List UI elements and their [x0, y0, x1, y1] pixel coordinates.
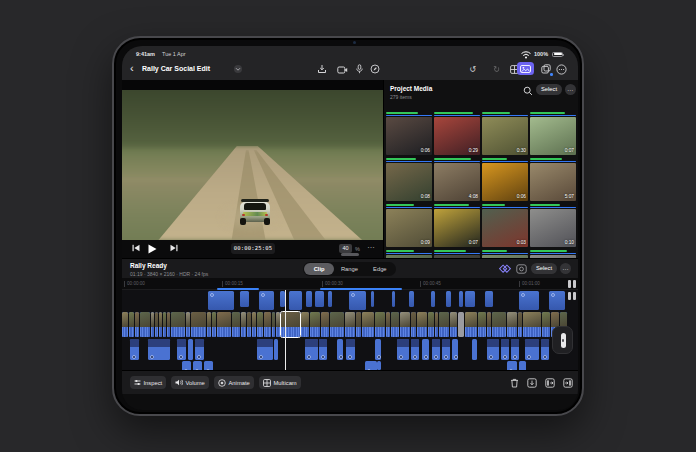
viewer-zoom-value[interactable]: 40 [339, 244, 352, 253]
timeline-clip[interactable] [542, 312, 550, 337]
timeline-clip[interactable] [391, 312, 399, 337]
timeline-clip[interactable] [155, 312, 158, 337]
timeline-clip[interactable] [458, 312, 464, 337]
timeline-clip[interactable] [289, 291, 302, 310]
timeline-clip[interactable] [247, 312, 251, 337]
media-thumbnail[interactable]: 0:07 [530, 112, 576, 155]
timeline-clip[interactable] [208, 291, 234, 310]
timeline-clip[interactable] [252, 312, 256, 337]
timeline-clip[interactable] [411, 312, 416, 337]
timeline-clip[interactable] [346, 339, 355, 360]
timeline-clip[interactable] [435, 312, 438, 337]
multicam-button[interactable]: Multicam [259, 376, 301, 389]
timeline-clip[interactable] [472, 339, 477, 360]
search-icon[interactable] [522, 85, 533, 96]
timeline-clip[interactable] [212, 312, 216, 337]
timeline-clip[interactable] [478, 312, 486, 337]
media-thumbnail[interactable]: 0:30 [482, 112, 528, 155]
timeline-clip[interactable] [191, 312, 206, 337]
timeline-clip[interactable] [140, 312, 150, 337]
timeline-clip[interactable] [450, 312, 457, 337]
timeline-clip[interactable] [362, 312, 374, 337]
pen-circle-icon[interactable] [369, 63, 381, 75]
timeline-clip[interactable] [375, 339, 381, 360]
timeline-clip[interactable] [439, 312, 449, 337]
timeline-clip[interactable] [518, 312, 522, 337]
media-thumbnail[interactable]: 0:29 [434, 112, 480, 155]
timeline-clip[interactable] [345, 312, 355, 337]
timeline-clip[interactable] [274, 339, 278, 360]
camera-icon[interactable] [336, 63, 348, 75]
timeline-clip[interactable] [195, 339, 204, 360]
timeline-clip[interactable] [511, 339, 519, 360]
timeline-clip[interactable] [519, 291, 539, 310]
timeline-clip[interactable] [492, 312, 506, 337]
media-thumbnail[interactable] [482, 250, 528, 258]
timeline-clip[interactable] [272, 312, 275, 337]
video-preview[interactable] [122, 90, 383, 240]
timeline-clip[interactable] [422, 339, 429, 360]
timeline-select-button[interactable]: Select [531, 263, 557, 274]
timeline-clip[interactable] [487, 312, 491, 337]
timeline-clip[interactable] [377, 361, 381, 370]
replace-clip-icon[interactable] [526, 377, 538, 389]
back-button[interactable]: ‹ [130, 61, 134, 75]
media-thumbnail[interactable]: 5:07 [530, 158, 576, 201]
timeline-clip[interactable] [264, 312, 271, 337]
media-thumbnail[interactable]: 0:09 [386, 204, 432, 247]
timeline-clip[interactable] [507, 361, 517, 370]
timeline-clip[interactable] [310, 312, 320, 337]
mode-edge[interactable]: Edge [365, 263, 395, 275]
microphone-icon[interactable] [353, 63, 365, 75]
timeline-clip[interactable] [525, 339, 539, 360]
timeline-jog-knob[interactable] [552, 326, 573, 354]
more-options-icon[interactable] [555, 63, 568, 75]
timeline-clip[interactable] [315, 291, 324, 307]
timeline-clip[interactable] [188, 339, 193, 360]
timeline-clip[interactable] [130, 339, 139, 360]
timeline-clip[interactable] [349, 291, 366, 310]
timeline-clip[interactable] [129, 312, 134, 337]
timeline-clip[interactable] [186, 312, 190, 337]
timeline-clip[interactable] [193, 361, 202, 370]
timeline-clip[interactable] [148, 339, 170, 360]
timeline-clip[interactable] [465, 312, 477, 337]
skip-back-icon[interactable] [132, 244, 140, 252]
timeline-clip[interactable] [392, 291, 395, 307]
timeline-clip[interactable] [305, 339, 318, 360]
import-icon[interactable] [316, 63, 328, 75]
mode-clip[interactable]: Clip [304, 263, 334, 275]
timeline-clip[interactable] [519, 361, 526, 370]
timeline-clip[interactable] [259, 291, 274, 310]
timeline-tracks[interactable] [122, 290, 578, 370]
jog-wheel-toggle-icon[interactable] [515, 263, 528, 275]
timeline-clip[interactable] [330, 312, 344, 337]
timeline-clip[interactable] [432, 339, 440, 360]
redo-icon[interactable]: ↻ [490, 63, 503, 75]
timeline-clip[interactable] [257, 312, 263, 337]
timecode-display[interactable]: 00:00:25:05 [231, 243, 275, 254]
title-chevron-down-icon[interactable] [234, 65, 242, 73]
timeline-clip[interactable] [159, 312, 162, 337]
timeline-clip[interactable] [523, 312, 541, 337]
timeline-clip[interactable] [321, 312, 329, 337]
timeline-resize-handle[interactable] [341, 253, 359, 256]
media-thumbnail[interactable] [434, 250, 480, 258]
timeline-clip[interactable] [365, 361, 377, 370]
timeline-clip[interactable] [442, 339, 450, 360]
timeline-clip[interactable] [452, 339, 458, 360]
timeline-clip[interactable] [446, 291, 451, 307]
media-thumbnail[interactable]: 0:06 [386, 112, 432, 155]
media-browser-button[interactable] [517, 62, 534, 75]
timeline-clip[interactable] [241, 312, 246, 337]
timeline-more-icon[interactable]: … [560, 263, 571, 274]
media-thumbnail[interactable]: 4:08 [434, 158, 480, 201]
timeline-clip[interactable] [501, 339, 509, 360]
timeline-clip[interactable] [167, 312, 170, 337]
media-thumbnail[interactable]: 0:03 [482, 204, 528, 247]
media-thumbnail[interactable]: 0:07 [434, 204, 480, 247]
overwrite-clip-icon[interactable] [562, 377, 574, 389]
timeline-clip[interactable] [375, 312, 385, 337]
timeline-clip[interactable] [541, 339, 549, 360]
timeline-clip[interactable] [465, 291, 475, 307]
